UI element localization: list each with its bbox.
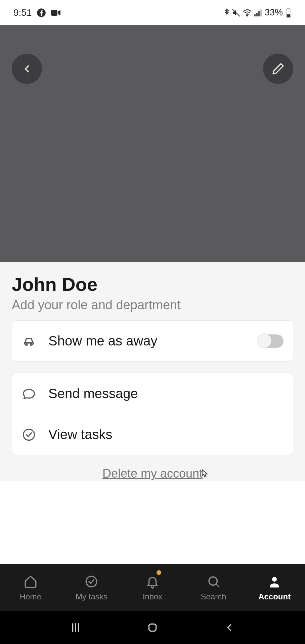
nav-mytasks-label: My tasks [76,592,107,601]
pencil-icon [271,62,285,75]
delete-account-link[interactable]: Delete my account [12,467,293,481]
bottom-nav: Home My tasks Inbox Search Account [0,564,305,611]
cursor-icon [201,467,209,476]
svg-rect-21 [149,624,156,631]
search-icon [206,574,221,589]
speech-bubble-icon [21,386,36,401]
svg-line-16 [216,584,219,587]
svg-rect-1 [51,10,57,16]
status-bar: 9:51 33% [0,0,305,25]
away-card: Show me as away [12,320,293,362]
nav-account-label: Account [258,592,291,601]
svg-point-14 [86,576,97,587]
svg-rect-6 [258,11,260,16]
recents-icon [70,622,81,633]
svg-rect-7 [260,9,262,16]
chevron-left-icon [224,623,234,633]
view-tasks-row[interactable]: View tasks [12,414,293,455]
send-message-label: Send message [48,386,284,401]
signal-icon [254,9,262,17]
nav-inbox[interactable]: Inbox [122,564,183,611]
notification-badge [157,570,161,575]
nav-search-label: Search [201,592,226,601]
battery-icon [286,8,292,18]
send-message-row[interactable]: Send message [12,373,293,414]
sys-home-button[interactable] [145,620,160,635]
profile-cover [0,25,305,262]
back-button[interactable] [12,54,42,84]
system-nav [0,611,305,644]
sys-recents-button[interactable] [68,620,83,635]
profile-content: John Doe Add your role and department Sh… [0,262,305,481]
person-icon [267,574,282,589]
sys-back-button[interactable] [222,620,237,635]
chevron-left-icon [21,63,33,74]
home-square-icon [147,622,158,633]
bell-icon [145,574,160,589]
away-row[interactable]: Show me as away [12,321,293,361]
checkmark-circle-icon [21,427,36,442]
profile-name: John Doe [12,273,293,295]
car-icon [21,334,36,348]
nav-home[interactable]: Home [0,564,61,611]
nav-home-label: Home [20,592,41,601]
bluetooth-icon [224,8,230,17]
svg-point-13 [24,429,35,440]
status-time: 9:51 [13,7,32,18]
nav-mytasks[interactable]: My tasks [61,564,122,611]
svg-rect-5 [256,13,258,16]
home-icon [23,574,38,589]
svg-point-17 [272,577,277,582]
task-check-icon [84,574,99,589]
actions-card: Send message View tasks [12,373,293,455]
mute-vibrate-icon [232,8,241,17]
nav-search[interactable]: Search [183,564,244,611]
nav-account[interactable]: Account [244,564,305,611]
away-label: Show me as away [48,333,246,348]
away-toggle[interactable] [258,334,284,348]
edit-button[interactable] [263,54,293,84]
video-icon [51,9,61,17]
toggle-knob [257,333,271,348]
svg-rect-10 [287,14,290,17]
battery-percent: 33% [265,7,283,18]
delete-account-text: Delete my account [102,467,203,480]
wifi-icon [243,9,252,17]
view-tasks-label: View tasks [48,427,284,442]
svg-point-3 [247,15,248,16]
nav-inbox-label: Inbox [143,592,163,601]
profile-role-placeholder[interactable]: Add your role and department [12,298,293,312]
facebook-icon [37,8,46,17]
svg-rect-4 [254,14,256,16]
svg-rect-9 [288,8,290,9]
